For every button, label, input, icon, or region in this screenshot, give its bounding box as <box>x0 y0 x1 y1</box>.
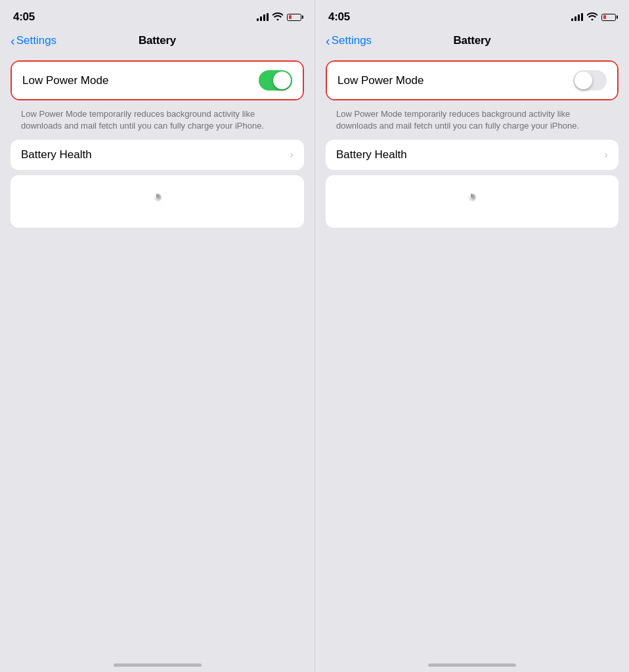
battery-health-row-left[interactable]: Battery Health › <box>11 140 304 170</box>
low-power-toggle-right[interactable] <box>573 70 607 91</box>
loading-card-left <box>11 175 304 228</box>
low-power-description-left: Low Power Mode temporarily reduces backg… <box>11 106 304 140</box>
low-power-row-left: Low Power Mode <box>12 62 303 99</box>
spinner-right <box>464 194 480 209</box>
back-button-right[interactable]: ‹ Settings <box>326 34 372 47</box>
left-panel: 4:05 ‹ <box>0 0 314 672</box>
low-power-label-left: Low Power Mode <box>22 74 108 87</box>
battery-health-card-left[interactable]: Battery Health › <box>11 140 304 170</box>
loading-card-right <box>326 175 618 228</box>
nav-bar-left: ‹ Settings Battery <box>0 29 314 55</box>
back-chevron-right: ‹ <box>326 34 330 47</box>
low-power-highlight-left: Low Power Mode <box>11 60 304 100</box>
right-panel: 4:05 ‹ <box>314 0 629 672</box>
battery-health-row-right[interactable]: Battery Health › <box>326 140 618 170</box>
page-title-right: Battery <box>453 34 490 47</box>
low-power-card-right: Low Power Mode <box>327 62 617 99</box>
back-label-left: Settings <box>16 34 56 47</box>
wifi-icon-left <box>272 12 283 22</box>
page-title-left: Battery <box>139 34 176 47</box>
signal-icon-left <box>257 13 269 21</box>
spinner-left <box>150 194 165 209</box>
low-power-highlight-right: Low Power Mode <box>326 60 618 100</box>
status-bar-left: 4:05 <box>0 0 314 29</box>
home-indicator-left <box>0 663 314 672</box>
battery-health-chevron-right: › <box>604 148 608 161</box>
toggle-thumb-left <box>273 72 291 89</box>
back-chevron-left: ‹ <box>11 34 15 47</box>
low-power-row-right: Low Power Mode <box>327 62 617 99</box>
home-bar-right <box>428 663 516 667</box>
back-label-right: Settings <box>332 34 372 47</box>
status-time-right: 4:05 <box>328 10 350 24</box>
status-bar-right: 4:05 <box>315 0 629 29</box>
home-bar-left <box>114 663 202 667</box>
content-left: Low Power Mode Low Power Mode temporaril… <box>0 55 314 663</box>
low-power-card-left: Low Power Mode <box>12 62 303 99</box>
battery-health-label-right: Battery Health <box>336 148 407 161</box>
signal-icon-right <box>571 13 583 21</box>
low-power-description-right: Low Power Mode temporarily reduces backg… <box>326 106 618 140</box>
battery-health-chevron-left: › <box>290 148 293 161</box>
home-indicator-right <box>315 663 629 672</box>
toggle-thumb-right <box>575 72 592 89</box>
content-right: Low Power Mode Low Power Mode temporaril… <box>315 55 629 663</box>
battery-health-label-left: Battery Health <box>21 148 92 161</box>
battery-icon-right <box>601 14 616 21</box>
status-icons-left <box>257 12 301 23</box>
low-power-toggle-left[interactable] <box>259 70 292 91</box>
wifi-icon-right <box>587 12 597 22</box>
battery-icon-left <box>287 14 301 21</box>
battery-health-card-right[interactable]: Battery Health › <box>326 140 618 170</box>
status-icons-right <box>571 12 616 23</box>
status-time-left: 4:05 <box>13 10 35 24</box>
low-power-label-right: Low Power Mode <box>337 74 423 87</box>
back-button-left[interactable]: ‹ Settings <box>11 34 56 47</box>
nav-bar-right: ‹ Settings Battery <box>315 29 629 55</box>
